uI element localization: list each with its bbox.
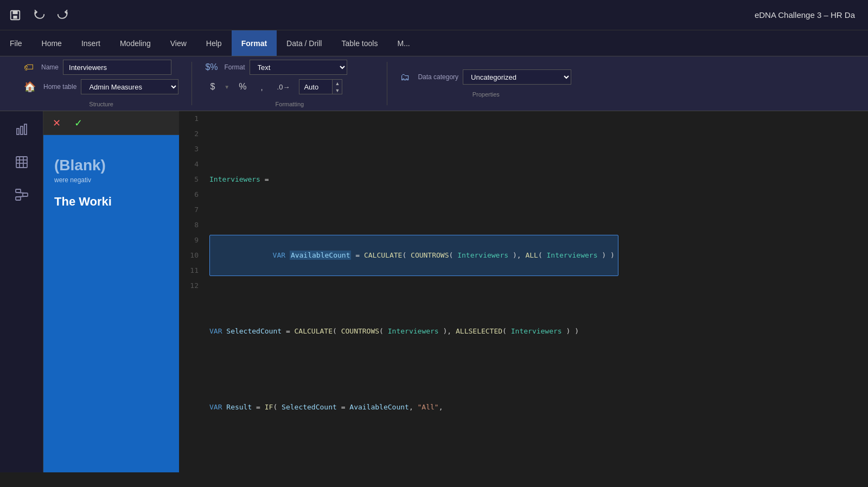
code-line-1: Interviewers = (209, 172, 864, 187)
svg-rect-4 (21, 126, 23, 134)
auto-decrement-button[interactable]: ▼ (333, 87, 342, 94)
properties-group-title: Properties (400, 91, 571, 98)
svg-rect-3 (17, 129, 19, 134)
ribbon-format-row: $% Format Text General Whole Number Deci… (205, 60, 347, 75)
report-content: (Blank) were negativ The Worki (43, 146, 179, 220)
cancel-button[interactable]: ✕ (48, 114, 65, 132)
percent-button[interactable]: % (234, 79, 251, 94)
name-input[interactable] (63, 60, 171, 75)
format-select[interactable]: Text General Whole Number Decimal Number… (250, 60, 347, 75)
ribbon-name-row: 🏷 Name (24, 60, 171, 75)
svg-rect-5 (24, 124, 27, 134)
formula-bar: ✕ ✓ (43, 111, 179, 135)
code-line-2: VAR AvailableCount = CALCULATE( COUNTROW… (209, 248, 864, 263)
confirm-button[interactable]: ✓ (69, 114, 87, 132)
ribbon: 🏷 Name 🏠 Home table Admin Measures Struc… (0, 56, 868, 111)
formatting-group-title: Formatting (205, 101, 374, 107)
menu-modeling[interactable]: Modeling (110, 30, 161, 56)
ribbon-properties-group: 🗂 Data category Uncategorized Address Ci… (387, 62, 584, 105)
code-lines: Interviewers = VAR AvailableCount = CALC… (205, 111, 868, 472)
currency-button[interactable]: $ (205, 79, 220, 94)
ribbon-number-format-row: $ ▼ % , .0→ ▲ ▼ (205, 79, 342, 94)
decimal-button[interactable]: .0→ (272, 79, 295, 94)
code-editor-inner: 1 2 3 4 5 6 7 8 9 10 11 12 Interview (179, 111, 868, 472)
report-title: The Worki (54, 195, 168, 209)
sidebar (0, 111, 43, 472)
sidebar-icon-barchart[interactable] (10, 118, 34, 142)
code-editor[interactable]: 1 2 3 4 5 6 7 8 9 10 11 12 Interview (179, 111, 868, 472)
sidebar-icon-table[interactable] (10, 150, 34, 174)
menubar: File Home Insert Modeling View Help Form… (0, 30, 868, 56)
titlebar: eDNA Challenge 3 – HR Da (0, 0, 868, 30)
ribbon-hometable-row: 🏠 Home table Admin Measures (24, 79, 178, 94)
menu-table-tools[interactable]: Table tools (331, 30, 387, 56)
home-table-select[interactable]: Admin Measures (81, 79, 178, 94)
menu-more[interactable]: M... (387, 30, 419, 56)
menu-file[interactable]: File (0, 30, 32, 56)
svg-rect-6 (16, 157, 27, 168)
comma-button[interactable]: , (256, 79, 267, 94)
svg-rect-13 (23, 193, 28, 196)
undo-icon[interactable] (30, 7, 48, 24)
format-dollar-icon: $% (205, 62, 218, 72)
svg-line-14 (18, 193, 25, 193)
menu-help[interactable]: Help (196, 30, 232, 56)
data-category-select[interactable]: Uncategorized Address City Country Latit… (463, 69, 571, 85)
currency-dropdown-icon[interactable]: ▼ (224, 84, 229, 90)
menu-view[interactable]: View (161, 30, 196, 56)
menu-format[interactable]: Format (232, 30, 277, 56)
code-line-4: VAR Result = IF( SelectedCount = Availab… (209, 400, 864, 415)
code-line-3: VAR SelectedCount = CALCULATE( COUNTROWS… (209, 324, 864, 339)
auto-increment-button[interactable]: ▲ (333, 80, 342, 87)
redo-icon[interactable] (54, 7, 72, 24)
ribbon-datacategory-row: 🗂 Data category Uncategorized Address Ci… (400, 69, 571, 85)
name-label: Name (41, 63, 59, 71)
home-table-label: Home table (43, 83, 76, 91)
ribbon-formatting-group: $% Format Text General Whole Number Deci… (192, 62, 387, 105)
auto-input[interactable] (299, 80, 332, 94)
data-category-label: Data category (418, 73, 458, 81)
line-numbers: 1 2 3 4 5 6 7 8 9 10 11 12 (179, 111, 205, 472)
svg-rect-11 (16, 189, 21, 193)
menu-insert[interactable]: Insert (72, 30, 110, 56)
format-label: Format (225, 63, 245, 71)
menu-data-drill[interactable]: Data / Drill (277, 30, 331, 56)
ribbon-structure-group: 🏷 Name 🏠 Home table Admin Measures Struc… (11, 62, 192, 105)
save-icon[interactable] (7, 7, 24, 24)
report-canvas: ✕ ✓ (Blank) were negativ The Worki (43, 111, 179, 472)
titlebar-icons (7, 7, 72, 24)
app-title: eDNA Challenge 3 – HR Da (755, 10, 855, 20)
svg-line-15 (18, 196, 25, 197)
sidebar-icon-relationship[interactable] (10, 183, 34, 207)
name-icon: 🏷 (24, 62, 34, 73)
editor-area: ✕ ✓ (Blank) were negativ The Worki 1 2 3… (43, 111, 868, 472)
structure-group-title: Structure (24, 101, 178, 107)
svg-rect-12 (16, 197, 21, 200)
negative-text: were negativ (54, 176, 168, 184)
svg-rect-2 (13, 15, 17, 18)
svg-rect-1 (12, 10, 17, 14)
main-content: ✕ ✓ (Blank) were negativ The Worki 1 2 3… (0, 111, 868, 472)
menu-home[interactable]: Home (32, 30, 72, 56)
blank-label: (Blank) (54, 157, 168, 174)
home-icon: 🏠 (24, 81, 36, 93)
datacategory-icon: 🗂 (400, 72, 410, 83)
